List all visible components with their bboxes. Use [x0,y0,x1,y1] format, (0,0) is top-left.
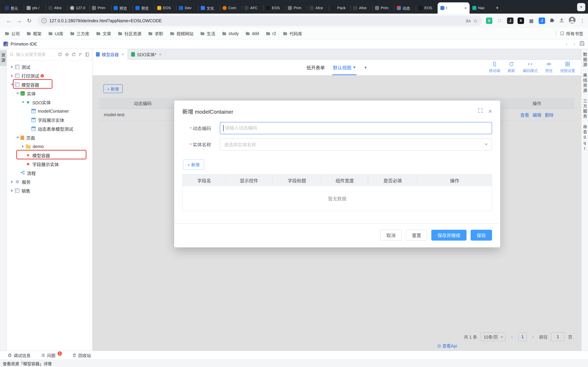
profile-avatar[interactable] [569,17,576,25]
bookmark-star-icon[interactable]: ☆ [473,18,478,24]
extension-grid-icon[interactable]: ▦ [528,17,535,24]
bookmark-folder[interactable]: 生活 [200,30,215,36]
sort-list-icon[interactable] [78,52,83,57]
browser-tab[interactable]: 普元 [2,2,24,14]
browser-tab[interactable]: 127.0 [67,2,89,14]
tab-search-button[interactable]: ▼ [577,3,585,11]
tab-close-icon[interactable]: × [121,52,124,57]
browser-tab[interactable]: Prim [372,2,394,14]
caret-right-icon[interactable] [10,189,14,192]
caret-down-icon[interactable] [21,100,25,104]
bookmark-folder[interactable]: 文章 [96,30,111,36]
caret-right-icon[interactable] [21,145,25,148]
bookmark-folder[interactable]: 求职 [148,30,163,36]
editor-tab-sdo-entity[interactable]: SDO实体*× [128,49,165,60]
caret-down-icon[interactable] [10,83,14,87]
rail-tab-named-sql[interactable]: 命名Sql [582,125,588,152]
rail-tab-third-party-services[interactable]: 三方服务 [582,99,588,119]
tree-item[interactable]: 打印测试1 [7,71,92,80]
juejin-extension-icon[interactable]: J [539,17,545,24]
bookmark-folder[interactable]: 公司 [5,30,20,36]
address-bar[interactable]: i 127.0.0.1:28079/ide/index.html?appName… [37,16,482,26]
bookmark-folder[interactable]: 三方库 [70,30,89,36]
rail-tab-offline-resources[interactable]: 离线资源 [582,73,588,93]
bookmark-folder[interactable]: 视频网站 [170,30,193,36]
translate-icon[interactable]: 文A [466,18,470,23]
problems-button[interactable]: 问题1 [41,352,62,358]
recycle-bin-button[interactable]: 回收站 [72,352,91,358]
mobile-view-button[interactable]: 移动端 [489,61,500,73]
browser-tab[interactable]: 动态 [394,2,416,14]
tree-item[interactable]: demo [7,142,92,151]
catalog-icon[interactable] [85,52,89,57]
browser-tab-active[interactable]: I× [438,2,470,14]
browser-tab[interactable]: EOS [416,2,438,14]
locate-icon[interactable] [65,52,69,57]
tree-item[interactable]: 销售 [7,186,92,195]
dynamic-code-input[interactable] [220,122,492,134]
refresh-button[interactable]: 刷新 [508,61,515,73]
editor-tab-model-container[interactable]: 模型容器× [93,49,128,60]
fullscreen-icon[interactable] [478,108,483,115]
bookmark-folder[interactable]: study [222,31,239,36]
add-field-button[interactable]: + 新增 [183,159,204,170]
reload-button[interactable]: ↻ [25,16,34,25]
browser-tab[interactable]: Afce [46,2,67,14]
browser-tab[interactable]: AFC [242,2,263,14]
save-icon[interactable] [579,41,585,47]
tree-item[interactable]: 流程 [7,168,92,177]
caret-right-icon[interactable] [10,66,14,68]
bookmark-folder[interactable]: r2 [266,31,276,36]
bookmark-folder[interactable]: 社区资源 [118,30,141,36]
browser-tab[interactable]: Com [220,2,242,14]
forward-button[interactable]: → [14,16,24,25]
bookmark-folder[interactable]: UI库 [48,30,63,36]
entity-name-select[interactable]: 请选择实体名称 [220,138,492,150]
view-settings-button[interactable]: 视图设置 [560,61,575,73]
browser-tab[interactable]: 预览 [133,2,155,14]
refresh-icon[interactable] [71,52,76,57]
view-tab-default[interactable]: 默认视图 [333,60,356,75]
tree-item[interactable]: 页面 [7,133,92,142]
browser-tab[interactable]: 文化 [198,2,220,14]
caret-down-icon[interactable] [16,135,20,140]
bookmark-folder[interactable]: 代码库 [283,30,302,36]
extension-dots-icon[interactable]: ∷ [496,17,503,24]
tree-item[interactable]: 实体 [7,89,92,98]
debug-info-button[interactable]: 调试信息 [8,352,31,358]
all-bookmarks-button[interactable]: 所有书签 [560,30,583,36]
back-button[interactable]: ← [4,16,14,25]
extension-x-icon[interactable]: X [518,17,524,24]
vue-devtools-icon[interactable]: V [486,17,492,24]
tree-item-model-container[interactable]: 模型容器 [7,80,92,89]
tree-item[interactable]: 测试 [7,63,92,71]
close-icon[interactable]: × [488,108,492,115]
tab-close-icon[interactable]: × [159,52,162,57]
tab-close-icon[interactable]: × [464,5,467,11]
browser-tab[interactable]: Prim [285,2,307,14]
save-and-continue-button[interactable]: 保存并继续 [431,230,467,241]
tree-item[interactable]: 字段展示实体 [7,160,92,168]
tree-item[interactable]: modelContainer [7,107,92,116]
browser-tab[interactable]: EOS [155,2,176,14]
browser-tab[interactable]: Afce [350,2,372,14]
rail-tab-datasource[interactable]: 数据源 [582,52,588,68]
new-tab-button[interactable]: + [493,3,502,12]
reset-button[interactable]: 重置 [406,230,427,241]
browser-tab[interactable]: 预览 [111,2,133,14]
tree-item[interactable]: ⚙服务 [7,177,92,186]
tree-item[interactable]: 字段展示实体 [7,116,92,124]
browser-tab[interactable]: pts / [24,2,46,14]
rail-tab-resources[interactable]: 资源 [0,50,7,66]
browser-tab[interactable]: EOS [263,2,285,14]
browser-menu-icon[interactable]: ⋮ [580,18,584,24]
history-back-icon[interactable]: ‹ [564,41,569,47]
history-forward-icon[interactable]: › [572,41,577,47]
code-mode-button[interactable]: 编码模式 [523,61,538,73]
extension-j-icon[interactable]: J [507,17,513,24]
cancel-button[interactable]: 取消 [380,230,402,241]
site-info-icon[interactable]: i [42,18,47,23]
caret-right-icon[interactable] [10,180,14,183]
tree-item[interactable]: SDO实体 [7,98,92,107]
refresh-all-icon[interactable] [58,52,62,57]
